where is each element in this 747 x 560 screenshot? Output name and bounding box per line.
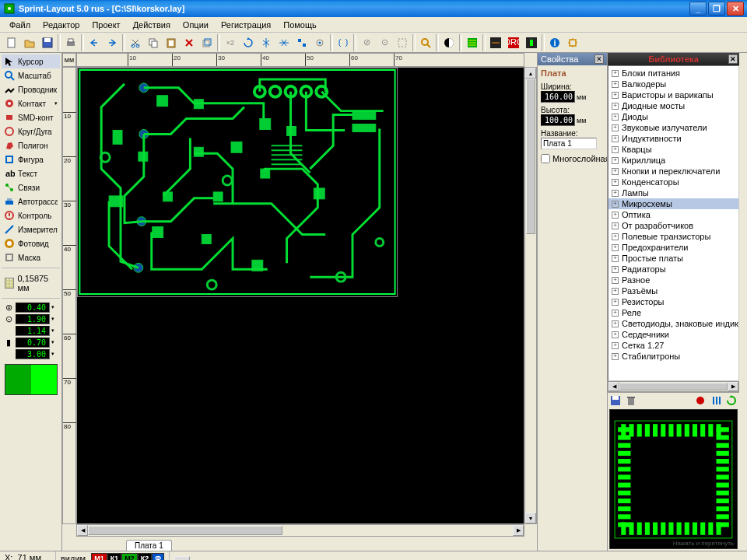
- pcb-canvas[interactable]: [76, 67, 524, 524]
- snap-icon[interactable]: [311, 34, 328, 51]
- x2-icon[interactable]: ×2: [222, 34, 239, 51]
- library-item[interactable]: +Реле: [608, 307, 738, 318]
- menu-register[interactable]: Регистрация: [215, 19, 277, 31]
- expand-icon[interactable]: +: [612, 157, 619, 164]
- copy-icon[interactable]: [145, 34, 162, 51]
- lib-delete-icon[interactable]: [625, 394, 637, 407]
- layer-button[interactable]: К2: [138, 553, 153, 560]
- library-item[interactable]: +Кириллица: [608, 155, 738, 166]
- expand-icon[interactable]: +: [612, 114, 619, 121]
- save-icon[interactable]: [39, 34, 56, 51]
- lock-icon[interactable]: ⊘: [358, 34, 375, 51]
- lib-refresh-icon[interactable]: [725, 394, 738, 407]
- layer-color-swatch[interactable]: [5, 364, 58, 395]
- maximize-button[interactable]: ❐: [708, 2, 725, 16]
- layer-button[interactable]: К1: [107, 553, 122, 560]
- menu-editor[interactable]: Редактор: [37, 19, 86, 31]
- mirror-h-icon[interactable]: [258, 34, 275, 51]
- grip-button[interactable]: [174, 556, 190, 561]
- library-item[interactable]: +Индуктивности: [608, 133, 738, 144]
- param-row[interactable]: ⊚0.40▾: [3, 302, 58, 313]
- minimize-button[interactable]: _: [689, 2, 707, 16]
- tool-zoom[interactable]: Масштаб: [2, 68, 60, 82]
- expand-icon[interactable]: +: [612, 70, 619, 77]
- close-button[interactable]: ✕: [727, 2, 744, 16]
- menu-actions[interactable]: Действия: [127, 19, 177, 31]
- library-item[interactable]: +Сердечники: [608, 329, 738, 340]
- tool-photo[interactable]: Фотовид: [2, 236, 60, 250]
- tool-meas[interactable]: Измеритель: [2, 222, 60, 236]
- expand-icon[interactable]: +: [612, 353, 619, 360]
- tool-cursor[interactable]: Курсор: [2, 54, 60, 68]
- expand-icon[interactable]: +: [612, 233, 619, 240]
- library-item[interactable]: +Валкодеры: [608, 79, 738, 89]
- menu-options[interactable]: Опции: [177, 19, 215, 31]
- library-preview[interactable]: Нажать и перетянуть: [609, 409, 738, 549]
- library-close-icon[interactable]: ✕: [728, 54, 738, 64]
- menu-file[interactable]: Файл: [3, 19, 37, 31]
- tool-conn[interactable]: Связи: [2, 180, 60, 194]
- unlock-icon[interactable]: ⊙: [376, 34, 393, 51]
- mirror-v-icon[interactable]: [275, 34, 293, 51]
- expand-icon[interactable]: +: [612, 179, 619, 186]
- rotate-icon[interactable]: [240, 34, 257, 51]
- redo-icon[interactable]: [103, 34, 121, 51]
- expand-icon[interactable]: +: [612, 103, 619, 110]
- tool-poly[interactable]: Полигон: [2, 138, 60, 152]
- library-item[interactable]: +Лампы: [608, 187, 738, 198]
- expand-icon[interactable]: +: [612, 212, 619, 219]
- group-icon[interactable]: [335, 34, 352, 51]
- delete-icon[interactable]: [181, 34, 198, 51]
- grid-indicator[interactable]: 0,15875 мм: [2, 271, 60, 295]
- library-item[interactable]: +Радиаторы: [608, 264, 738, 275]
- expand-icon[interactable]: +: [612, 190, 619, 197]
- expand-icon[interactable]: +: [612, 320, 619, 327]
- tool-auto[interactable]: Автотрасса: [2, 194, 60, 208]
- horizontal-scrollbar[interactable]: ◀ ▶: [62, 524, 537, 537]
- expand-icon[interactable]: +: [612, 288, 619, 295]
- new-icon[interactable]: [3, 34, 20, 51]
- settings-icon[interactable]: [564, 34, 581, 51]
- info-icon[interactable]: i: [546, 34, 563, 51]
- zoom-icon[interactable]: [417, 34, 434, 51]
- lib-record-icon[interactable]: [694, 394, 707, 407]
- board-tab[interactable]: Плата 1: [126, 540, 172, 551]
- height-value[interactable]: 100.00: [541, 114, 575, 126]
- drc-icon[interactable]: DRC: [505, 34, 522, 51]
- expand-icon[interactable]: +: [612, 81, 619, 88]
- paste-icon[interactable]: [163, 34, 180, 51]
- param-row[interactable]: 1.14▾: [3, 325, 58, 336]
- tool-mask[interactable]: Маска: [2, 250, 60, 264]
- lib-filter-icon[interactable]: [710, 394, 722, 407]
- expand-icon[interactable]: +: [612, 168, 619, 175]
- selector-icon[interactable]: [523, 34, 540, 51]
- library-tree[interactable]: +Блоки питания+Валкодеры+Варисторы и вар…: [608, 65, 739, 381]
- expand-icon[interactable]: +: [612, 310, 619, 317]
- tool-smd[interactable]: SMD-конт: [2, 110, 60, 124]
- expand-icon[interactable]: +: [612, 124, 619, 131]
- expand-icon[interactable]: +: [612, 222, 619, 229]
- lib-save-icon[interactable]: [609, 394, 622, 407]
- param-row[interactable]: 3.00▾: [3, 348, 58, 359]
- undo-icon[interactable]: [86, 34, 103, 51]
- library-item[interactable]: +Резисторы: [608, 296, 738, 307]
- expand-icon[interactable]: +: [612, 342, 619, 349]
- param-row[interactable]: ⊙1.90▾: [3, 313, 58, 324]
- print-icon[interactable]: [62, 34, 79, 51]
- expand-icon[interactable]: +: [612, 331, 619, 338]
- library-item[interactable]: +Оптика: [608, 209, 738, 220]
- expand-icon[interactable]: +: [612, 266, 619, 273]
- expand-icon[interactable]: +: [612, 255, 619, 262]
- library-item[interactable]: +От разработчиков: [608, 220, 738, 231]
- layer-button[interactable]: М1: [91, 553, 107, 560]
- library-item[interactable]: +Разъёмы: [608, 285, 738, 296]
- library-item[interactable]: +Конденсаторы: [608, 177, 738, 187]
- expand-icon[interactable]: +: [612, 277, 619, 284]
- param-row[interactable]: ▮0.70▾: [3, 337, 58, 348]
- expand-icon[interactable]: +: [612, 201, 619, 208]
- expand-icon[interactable]: +: [612, 146, 619, 153]
- library-item[interactable]: +Микросхемы: [608, 198, 738, 209]
- library-item[interactable]: +Диоды: [608, 111, 738, 122]
- transparent-icon[interactable]: [394, 34, 411, 51]
- duplicate-icon[interactable]: [198, 34, 216, 51]
